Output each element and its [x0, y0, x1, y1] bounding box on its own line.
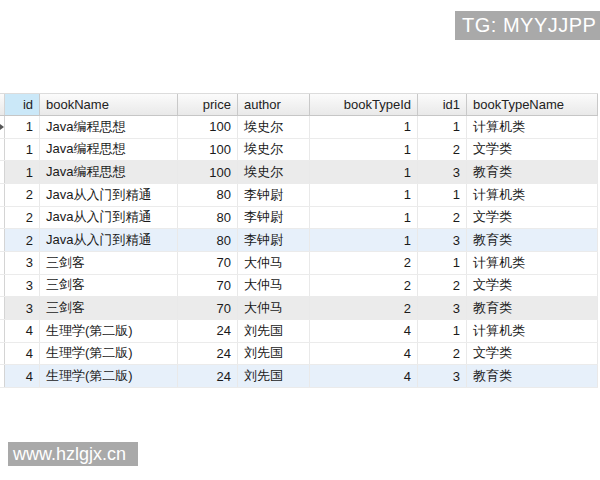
cell-id[interactable]: 1 [5, 161, 40, 183]
column-header-id1[interactable]: id1 [418, 94, 467, 115]
cell-id[interactable]: 4 [5, 365, 40, 387]
cell-price[interactable]: 24 [178, 365, 238, 387]
cell-price[interactable]: 70 [178, 275, 238, 297]
cell-price[interactable]: 70 [178, 252, 238, 274]
cell-bookName[interactable]: 生理学(第二版) [40, 365, 178, 387]
cell-bookName[interactable]: Java编程思想 [40, 161, 178, 183]
cell-bookTypeId[interactable]: 4 [310, 365, 418, 387]
cell-id[interactable]: 3 [5, 275, 40, 297]
cell-bookName[interactable]: Java编程思想 [40, 116, 178, 138]
cell-author[interactable]: 大仲马 [238, 297, 310, 319]
cell-price[interactable]: 100 [178, 116, 238, 138]
cell-bookTypeId[interactable]: 2 [310, 252, 418, 274]
row-gutter[interactable] [0, 275, 5, 297]
cell-author[interactable]: 刘先国 [238, 365, 310, 387]
cell-bookName[interactable]: 三剑客 [40, 252, 178, 274]
cell-price[interactable]: 24 [178, 343, 238, 365]
cell-id1[interactable]: 3 [418, 161, 467, 183]
cell-id1[interactable]: 1 [418, 320, 467, 342]
cell-author[interactable]: 大仲马 [238, 275, 310, 297]
cell-bookTypeName[interactable]: 教育类 [467, 161, 598, 183]
row-gutter[interactable] [0, 229, 5, 251]
header-gutter[interactable] [0, 94, 5, 115]
cell-bookTypeId[interactable]: 1 [310, 207, 418, 229]
row-gutter[interactable] [0, 320, 5, 342]
column-header-id[interactable]: id [5, 94, 40, 115]
cell-price[interactable]: 100 [178, 161, 238, 183]
cell-bookTypeName[interactable]: 计算机类 [467, 320, 598, 342]
cell-bookTypeId[interactable]: 1 [310, 229, 418, 251]
cell-bookName[interactable]: Java编程思想 [40, 139, 178, 161]
cell-author[interactable]: 刘先国 [238, 343, 310, 365]
row-gutter[interactable] [0, 252, 5, 274]
cell-id1[interactable]: 2 [418, 207, 467, 229]
cell-bookTypeId[interactable]: 1 [310, 161, 418, 183]
cell-id[interactable]: 4 [5, 343, 40, 365]
cell-id[interactable]: 4 [5, 320, 40, 342]
cell-bookName[interactable]: Java从入门到精通 [40, 184, 178, 206]
cell-author[interactable]: 李钟尉 [238, 207, 310, 229]
cell-price[interactable]: 24 [178, 320, 238, 342]
cell-bookTypeId[interactable]: 2 [310, 275, 418, 297]
cell-price[interactable]: 70 [178, 297, 238, 319]
cell-id[interactable]: 3 [5, 252, 40, 274]
row-gutter[interactable] [0, 139, 5, 161]
cell-bookName[interactable]: 生理学(第二版) [40, 320, 178, 342]
cell-bookName[interactable]: 三剑客 [40, 275, 178, 297]
cell-id1[interactable]: 1 [418, 116, 467, 138]
row-gutter[interactable] [0, 343, 5, 365]
column-header-author[interactable]: author [238, 94, 310, 115]
cell-id1[interactable]: 3 [418, 297, 467, 319]
cell-id[interactable]: 2 [5, 229, 40, 251]
cell-bookTypeName[interactable]: 文学类 [467, 139, 598, 161]
cell-bookTypeName[interactable]: 计算机类 [467, 252, 598, 274]
cell-author[interactable]: 刘先国 [238, 320, 310, 342]
cell-id1[interactable]: 2 [418, 343, 467, 365]
cell-bookTypeName[interactable]: 文学类 [467, 207, 598, 229]
cell-id1[interactable]: 1 [418, 252, 467, 274]
cell-bookTypeName[interactable]: 计算机类 [467, 116, 598, 138]
column-header-price[interactable]: price [178, 94, 238, 115]
cell-bookName[interactable]: 生理学(第二版) [40, 343, 178, 365]
column-header-bookName[interactable]: bookName [40, 94, 178, 115]
cell-bookTypeName[interactable]: 教育类 [467, 297, 598, 319]
cell-id1[interactable]: 2 [418, 139, 467, 161]
cell-author[interactable]: 埃史尔 [238, 116, 310, 138]
cell-bookTypeName[interactable]: 计算机类 [467, 184, 598, 206]
column-header-bookTypeName[interactable]: bookTypeName [467, 94, 598, 115]
cell-id[interactable]: 1 [5, 116, 40, 138]
cell-price[interactable]: 80 [178, 184, 238, 206]
cell-price[interactable]: 100 [178, 139, 238, 161]
column-header-bookTypeId[interactable]: bookTypeId [310, 94, 418, 115]
cell-id1[interactable]: 1 [418, 184, 467, 206]
cell-bookTypeId[interactable]: 4 [310, 343, 418, 365]
row-gutter[interactable] [0, 184, 5, 206]
cell-bookName[interactable]: 三剑客 [40, 297, 178, 319]
cell-bookTypeId[interactable]: 1 [310, 184, 418, 206]
row-gutter[interactable] [0, 116, 5, 138]
cell-bookTypeName[interactable]: 教育类 [467, 229, 598, 251]
cell-bookTypeName[interactable]: 教育类 [467, 365, 598, 387]
cell-bookName[interactable]: Java从入门到精通 [40, 207, 178, 229]
row-gutter[interactable] [0, 161, 5, 183]
cell-id1[interactable]: 2 [418, 275, 467, 297]
cell-id[interactable]: 2 [5, 184, 40, 206]
row-gutter[interactable] [0, 297, 5, 319]
cell-price[interactable]: 80 [178, 207, 238, 229]
cell-author[interactable]: 李钟尉 [238, 229, 310, 251]
cell-bookTypeId[interactable]: 4 [310, 320, 418, 342]
cell-author[interactable]: 埃史尔 [238, 161, 310, 183]
cell-bookTypeId[interactable]: 1 [310, 116, 418, 138]
cell-price[interactable]: 80 [178, 229, 238, 251]
cell-author[interactable]: 李钟尉 [238, 184, 310, 206]
cell-id[interactable]: 2 [5, 207, 40, 229]
cell-id1[interactable]: 3 [418, 229, 467, 251]
cell-bookTypeId[interactable]: 1 [310, 139, 418, 161]
cell-bookTypeName[interactable]: 文学类 [467, 343, 598, 365]
cell-id1[interactable]: 3 [418, 365, 467, 387]
cell-author[interactable]: 大仲马 [238, 252, 310, 274]
cell-author[interactable]: 埃史尔 [238, 139, 310, 161]
cell-id[interactable]: 1 [5, 139, 40, 161]
cell-bookTypeName[interactable]: 文学类 [467, 275, 598, 297]
row-gutter[interactable] [0, 207, 5, 229]
